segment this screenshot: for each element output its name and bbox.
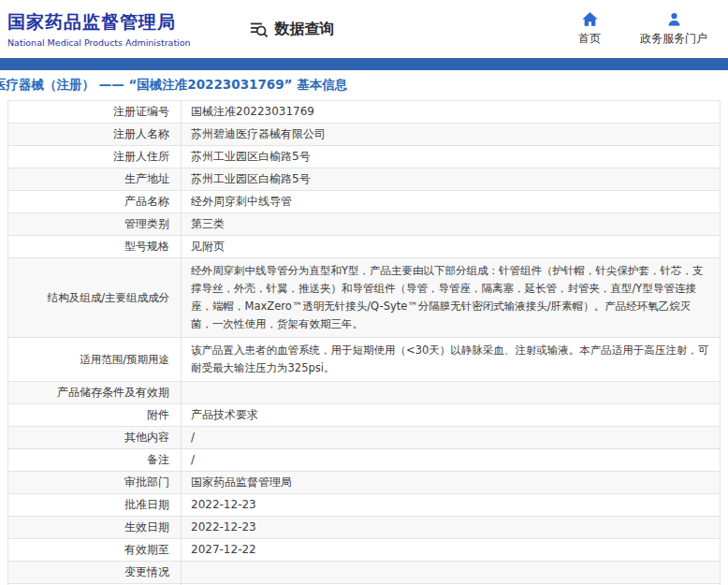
nmpa-logo[interactable]: 国家药品监督管理局 National Medical Products Admi… — [7, 10, 191, 48]
row-value: 该产品置入患者的血管系统，用于短期使用（<30天）以静脉采血、注射或输液。本产品… — [182, 338, 720, 381]
row-value: / — [182, 449, 720, 471]
table-row: 管理类别第三类 — [8, 213, 720, 236]
row-value: 2022-12-23 — [182, 517, 720, 538]
table-row: 型号规格见附页 — [8, 236, 720, 258]
page-title: 医疗器械（注册） —— “国械注准20223031769” 基本信息 — [0, 77, 728, 94]
row-label: 注册证编号 — [8, 101, 182, 123]
table-row: 产品名称经外周穿刺中线导管 — [8, 191, 720, 213]
nav-portal-label: 政务服务门户 — [640, 31, 707, 47]
home-icon — [582, 12, 598, 27]
row-value: 见附页 — [182, 236, 720, 257]
table-row: 产品储存条件及有效期 — [8, 382, 720, 404]
row-label: 批准日期 — [8, 494, 182, 516]
table-row: 生效日期2022-12-23 — [8, 517, 720, 539]
header-divider-bar — [0, 58, 728, 70]
table-row: 适用范围/预期用途该产品置入患者的血管系统，用于短期使用（<30天）以静脉采血、… — [8, 338, 720, 382]
header-nav: 首页 政务服务门户 — [567, 12, 713, 47]
table-row: 变更情况 — [8, 562, 720, 584]
row-label: 生产地址 — [8, 168, 182, 190]
row-label: 备注 — [8, 449, 182, 471]
row-label: 其他内容 — [8, 427, 182, 448]
row-value: 苏州碧迪医疗器械有限公司 — [182, 124, 720, 145]
table-row: 注册人住所苏州工业园区白榆路5号 — [8, 146, 720, 168]
table-row: 有效期至2027-12-22 — [8, 539, 720, 562]
data-query-label: 数据查询 — [275, 20, 335, 39]
table-row: 其他内容/ — [8, 427, 720, 449]
row-value: / — [182, 427, 720, 448]
row-value: 第三类 — [182, 213, 720, 235]
table-row: 附件产品技术要求 — [8, 404, 720, 427]
row-label: 注册人住所 — [8, 146, 182, 168]
row-value: 经外周穿刺中线导管 — [182, 191, 720, 212]
row-value: 2022-12-23 — [182, 494, 720, 516]
row-value: 苏州工业园区白榆路5号 — [182, 168, 720, 190]
registration-info-table: 注册证编号国械注准20223031769注册人名称苏州碧迪医疗器械有限公司注册人… — [7, 100, 721, 585]
table-row: 审批部门国家药品监督管理局 — [8, 472, 720, 494]
row-label: 附件 — [8, 404, 182, 426]
logo-subtitle: National Medical Products Administration — [7, 37, 191, 48]
nav-home-label: 首页 — [578, 31, 601, 47]
row-label: 有效期至 — [8, 539, 182, 561]
nav-portal[interactable]: 政务服务门户 — [640, 12, 707, 47]
table-row: 注册证编号国械注准20223031769 — [8, 101, 720, 124]
logo-title: 国家药品监督管理局 — [7, 10, 191, 35]
row-label: 适用范围/预期用途 — [8, 338, 182, 381]
table-row: 注册人名称苏州碧迪医疗器械有限公司 — [8, 124, 720, 146]
row-label: 结构及组成/主要组成成分 — [8, 258, 182, 337]
nav-home[interactable]: 首页 — [567, 12, 612, 47]
row-value: 2027-12-22 — [182, 539, 720, 561]
row-value: 国械注准20223031769 — [182, 101, 720, 123]
user-icon — [667, 12, 681, 27]
row-value: 苏州工业园区白榆路5号 — [182, 146, 720, 168]
row-value: 国家药品监督管理局 — [182, 472, 720, 493]
row-label: 型号规格 — [8, 236, 182, 257]
row-value: 产品技术要求 — [182, 404, 720, 426]
table-row: 结构及组成/主要组成成分经外周穿刺中线导管分为直型和Y型，产品主要由以下部分组成… — [8, 258, 720, 338]
data-query-search-icon — [249, 20, 269, 39]
row-value: 经外周穿刺中线导管分为直型和Y型，产品主要由以下部分组成：针管组件（护针帽，针尖… — [182, 258, 720, 337]
table-row: 批准日期2022-12-23 — [8, 494, 720, 517]
row-label: 审批部门 — [8, 472, 182, 493]
row-value — [182, 562, 720, 583]
row-label: 产品名称 — [8, 191, 182, 212]
table-row: 备注/ — [8, 449, 720, 472]
row-label: 生效日期 — [8, 517, 182, 538]
nav-data-query[interactable]: 数据查询 — [249, 20, 335, 39]
row-value — [182, 382, 720, 403]
table-row: 生产地址苏州工业园区白榆路5号 — [8, 168, 720, 191]
row-label: 变更情况 — [8, 562, 182, 583]
site-header: 国家药品监督管理局 National Medical Products Admi… — [0, 0, 728, 58]
row-label: 管理类别 — [8, 213, 182, 235]
row-label: 注册人名称 — [8, 124, 182, 145]
row-label: 产品储存条件及有效期 — [8, 382, 182, 403]
